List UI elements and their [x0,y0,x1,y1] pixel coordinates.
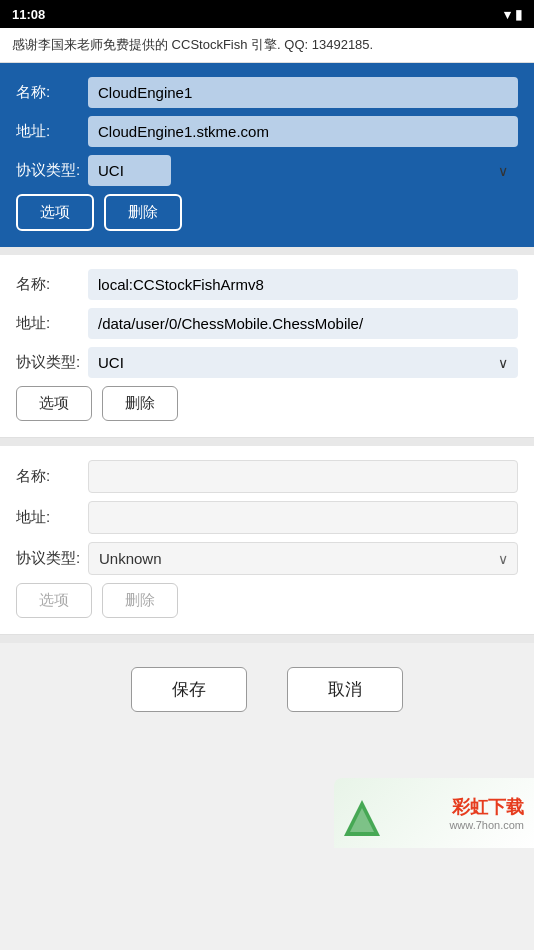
protocol-row-2: 协议类型: UCI Unknown [16,347,518,378]
cancel-button[interactable]: 取消 [287,667,403,712]
address-input-1[interactable] [88,116,518,147]
engine-card-1: 名称: 地址: 协议类型: UCI Unknown 选项 删除 [0,63,534,247]
watermark-brand-text: 下载 [488,797,524,817]
option-button-1[interactable]: 选项 [16,194,94,231]
name-input-2[interactable] [88,269,518,300]
address-label-1: 地址: [16,122,88,141]
status-icons: ▾ ▮ [504,7,522,22]
name-row-3: 名称: [16,460,518,493]
protocol-label-2: 协议类型: [16,353,88,372]
name-label-1: 名称: [16,83,88,102]
protocol-select-3[interactable]: Unknown UCI [88,542,518,575]
engine-card-3: 名称: 地址: 协议类型: Unknown UCI 选项 删除 [0,446,534,635]
watermark-footer: 彩虹下载 www.7hon.com [334,778,534,848]
status-bar: 11:08 ▾ ▮ [0,0,534,28]
address-row-2: 地址: [16,308,518,339]
delete-button-2[interactable]: 删除 [102,386,178,421]
btn-row-1: 选项 删除 [16,194,518,231]
address-label-3: 地址: [16,508,88,527]
battery-icon: ▮ [515,7,522,22]
protocol-select-wrapper-2: UCI Unknown [88,347,518,378]
address-row-1: 地址: [16,116,518,147]
name-input-1[interactable] [88,77,518,108]
divider-3 [0,635,534,643]
watermark-logo-icon [342,798,382,838]
btn-row-2: 选项 删除 [16,386,518,421]
name-row-2: 名称: [16,269,518,300]
watermark-url: www.7hon.com [449,819,524,831]
name-row-1: 名称: [16,77,518,108]
engine-card-2: 名称: 地址: 协议类型: UCI Unknown 选项 删除 [0,255,534,438]
name-label-3: 名称: [16,467,88,486]
name-label-2: 名称: [16,275,88,294]
save-button[interactable]: 保存 [131,667,247,712]
protocol-row-1: 协议类型: UCI Unknown [16,155,518,186]
protocol-label-1: 协议类型: [16,161,88,180]
protocol-select-wrapper-3: Unknown UCI [88,542,518,575]
protocol-select-1[interactable]: UCI Unknown [88,155,171,186]
protocol-row-3: 协议类型: Unknown UCI [16,542,518,575]
protocol-label-3: 协议类型: [16,549,88,568]
watermark-brand-color: 彩虹 [452,797,488,817]
address-row-3: 地址: [16,501,518,534]
divider-1 [0,247,534,255]
bottom-actions: 保存 取消 [0,643,534,728]
address-input-2[interactable] [88,308,518,339]
divider-2 [0,438,534,446]
notice-banner: 感谢李国来老师免费提供的 CCStockFish 引擎. QQ: 1349218… [0,28,534,63]
address-input-3[interactable] [88,501,518,534]
delete-button-3: 删除 [102,583,178,618]
option-button-2[interactable]: 选项 [16,386,92,421]
delete-button-1[interactable]: 删除 [104,194,182,231]
status-time: 11:08 [12,7,45,22]
address-label-2: 地址: [16,314,88,333]
name-input-3[interactable] [88,460,518,493]
protocol-select-wrapper-1: UCI Unknown [88,155,518,186]
option-button-3: 选项 [16,583,92,618]
notice-text: 感谢李国来老师免费提供的 CCStockFish 引擎. QQ: 1349218… [12,37,373,52]
btn-row-3: 选项 删除 [16,583,518,618]
protocol-select-2[interactable]: UCI Unknown [88,347,518,378]
watermark-brand: 彩虹下载 [452,795,524,819]
wifi-icon: ▾ [504,7,511,22]
